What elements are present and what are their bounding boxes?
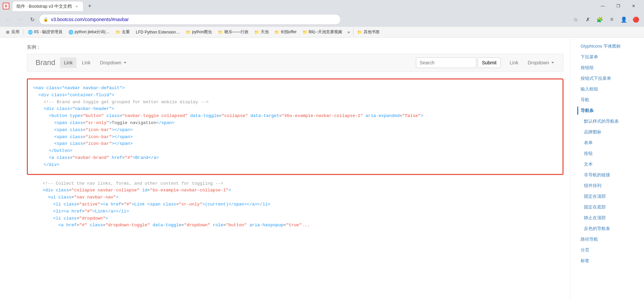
code-line: <span class="icon-bar"></span> (33, 134, 557, 141)
extension-button[interactable]: ✗ (582, 14, 593, 25)
bookmark-tiandi[interactable]: 📁 天池 (252, 28, 271, 36)
sidebar-link-pagination[interactable]: 分页 (577, 246, 637, 254)
sidebar-link-dropdowns[interactable]: 下拉菜单 (577, 53, 637, 61)
nav-right: Link Dropdown (505, 57, 558, 68)
bookmark-other[interactable]: 📁 其他书签 (355, 28, 382, 36)
url-text: v3.bootcss.com/components/#navbar (51, 17, 336, 22)
sidebar-section: 导航 (571, 95, 644, 105)
code-line: <a class="navbar-brand" href="#">Brand</… (33, 155, 557, 162)
profile-button[interactable]: 👤 (619, 14, 629, 25)
update-button[interactable]: 🔴 (631, 14, 641, 25)
bookmark-more[interactable]: » (345, 29, 352, 35)
sidebar-link-navbar-brand-image[interactable]: 品牌图标 (577, 128, 637, 136)
sidebar-link-navbar-forms[interactable]: 表单 (577, 139, 637, 147)
sidebar-link-navbar-text[interactable]: 文本 (577, 160, 637, 168)
submit-button[interactable]: Submit (478, 57, 501, 68)
nav-brand[interactable]: Brand (32, 58, 59, 67)
address-bar-right: ☆ ✗ 🧩 ≡ 👤 🔴 (570, 14, 641, 25)
bookmark-bzhan[interactable]: 📁 B站--天池竞赛视频 (300, 28, 345, 36)
sidebar-link-navbar-static-top[interactable]: 静止在顶部 (577, 214, 637, 222)
tab-close-button[interactable]: × (74, 4, 79, 9)
code-line: <span class="sr-only">Toggle navigation<… (33, 120, 557, 127)
sidebar-link-button-groups[interactable]: 按钮组 (577, 64, 637, 72)
bookmark-jieba[interactable]: 🌐 python jieba分词(… (66, 28, 112, 36)
sidebar-section: 静止在顶部 (571, 213, 644, 223)
bookmark-other-label: 其他书签 (364, 29, 380, 35)
sidebar-section: 固定在底部 (571, 202, 644, 213)
example-label: 实例： (27, 44, 564, 50)
folder2-icon: 📁 (186, 30, 191, 35)
bookmark-jianzhi[interactable]: 📁 剑指offer (272, 28, 300, 36)
sidebar-link-navbar-default[interactable]: 默认样式的导航条 (577, 117, 637, 125)
bookmark-more-label: » (347, 30, 350, 35)
sidebar-link-navbar-fixed-top[interactable]: 固定在顶部 (577, 192, 637, 200)
sidebar-link-navbar[interactable]: 导航条 (577, 107, 637, 115)
forward-button[interactable]: → (15, 14, 25, 25)
minimize-button[interactable]: — (595, 0, 610, 12)
bookmark-quzhong[interactable]: 📁 去重 (113, 28, 132, 36)
bookmark-bzhan-label: B站--天池竞赛视频 (309, 29, 342, 35)
sidebar-section: 固定在顶部 (571, 191, 644, 202)
bookmark-tiandi-label: 天池 (261, 29, 269, 35)
sidebar-link-navbar-fixed-bottom[interactable]: 固定在底部 (577, 203, 637, 211)
bookmark-iis-label: IIS - 驗證管理員 (34, 29, 62, 35)
sidebar-link-navbar-buttons[interactable]: 按钮 (577, 149, 637, 158)
reload-button[interactable]: ↻ (27, 14, 38, 25)
nav-dropdown1[interactable]: Dropdown (96, 57, 130, 68)
sidebar-link-glyphicons[interactable]: Glyphicons 字体图标 (577, 42, 637, 50)
sidebar-section: 路径导航 (571, 234, 644, 245)
bookmark-quzhong-label: 去重 (122, 29, 130, 35)
bookmark-apps[interactable]: ⊞ 应用 (3, 28, 22, 36)
lock-icon: 🔒 (43, 17, 48, 22)
sidebar-link-button-dropdowns[interactable]: 按钮式下拉菜单 (577, 74, 637, 82)
close-button[interactable]: ✕ (626, 0, 641, 12)
code-line: </button> (33, 147, 557, 155)
bookmark-button[interactable]: ☆ (570, 14, 581, 25)
active-tab[interactable]: 组件 · Bootstrap v3 中文文档 × (12, 1, 84, 11)
new-tab-button[interactable]: + (85, 1, 94, 11)
search-input[interactable] (416, 57, 476, 68)
folder4-icon: 📁 (255, 30, 259, 35)
code-line: <div class="collapse navbar-collapse" id… (32, 187, 558, 194)
page-content: 实例： Brand Link Link Dropdown Submit (0, 38, 570, 234)
nav-link2[interactable]: Link (78, 57, 95, 68)
sidebar-link-breadcrumbs[interactable]: 路径导航 (577, 235, 637, 243)
bookmark-lfd[interactable]: LFD Python Extension… (133, 29, 182, 35)
extensions-button[interactable]: 🧩 (594, 14, 605, 25)
browser-logo: B (3, 3, 9, 9)
nav-dropdown2[interactable]: Dropdown (524, 57, 558, 68)
sidebar-link-navbar-component-alignment[interactable]: 组件排列 (577, 182, 637, 190)
code-line: <!-- Brand and toggle get grouped for be… (33, 99, 557, 106)
bookmark-iis[interactable]: 🌐 IIS - 驗證管理員 (25, 28, 65, 36)
bookmark-xiaole[interactable]: 📁 晓乐——行政 (216, 28, 251, 36)
maximize-button[interactable]: ❐ (610, 0, 626, 12)
sidebar-link-navbar-non-nav-links[interactable]: 非导航的链接 (577, 171, 637, 179)
sidebar-link-navbar-inverse[interactable]: 反色的导航条 (577, 225, 637, 233)
back-button[interactable]: ← (3, 14, 13, 25)
demo-navbar: Brand Link Link Dropdown Submit Link (27, 54, 564, 72)
address-bar: ← → ↻ 🔒 v3.bootcss.com/components/#navba… (0, 12, 644, 27)
folder5-icon: 📁 (275, 30, 279, 35)
code-line: <!-- Collect the nav links, forms, and o… (32, 180, 558, 187)
sidebar-link-input-groups[interactable]: 输入框组 (577, 85, 637, 93)
bookmark-jieba-label: python jieba分词(… (74, 29, 110, 35)
url-bar[interactable]: 🔒 v3.bootcss.com/components/#navbar (39, 14, 341, 25)
code-line: <li class="active"><a href="#">Link <spa… (32, 201, 558, 208)
menu-list-button[interactable]: ≡ (606, 14, 617, 25)
sidebar-section: 组件排列 (571, 180, 644, 191)
sidebar-section: 分页 (571, 245, 644, 255)
sidebar-section: 品牌图标 (571, 127, 644, 137)
nav-link1[interactable]: Link (60, 57, 77, 68)
code-line: <button type="button" class="navbar-togg… (33, 113, 557, 120)
sidebar-link-labels[interactable]: 标签 (577, 257, 637, 265)
nav-dropdown1-label: Dropdown (100, 60, 121, 65)
code-line: <ul class="nav navbar-nav"> (32, 194, 558, 201)
globe2-icon: 🌐 (68, 30, 73, 35)
folder6-icon: 📁 (303, 30, 307, 35)
bookmark-crawler[interactable]: 📁 python爬虫 (183, 28, 215, 36)
nav-link3[interactable]: Link (505, 57, 522, 68)
sidebar-link-navs[interactable]: 导航 (577, 96, 637, 104)
sidebar-section: 输入框组 (571, 84, 644, 95)
sidebar-section: 下拉菜单 (571, 52, 644, 62)
nav-search-form: Submit (416, 57, 501, 68)
